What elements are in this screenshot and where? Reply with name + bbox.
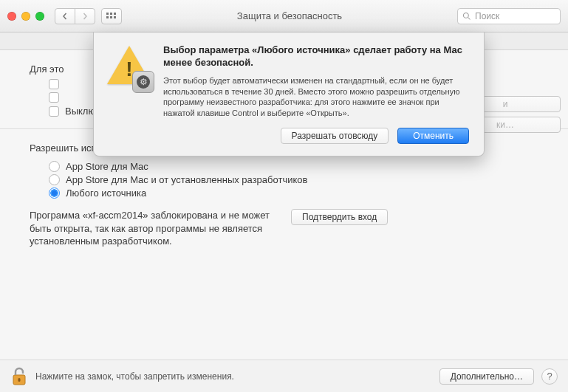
- footer: Нажмите на замок, чтобы запретить измене…: [0, 360, 568, 392]
- require-password-checkbox[interactable]: [49, 79, 59, 89]
- radio-anywhere[interactable]: Любого источника: [49, 188, 538, 199]
- show-message-checkbox[interactable]: [49, 92, 59, 103]
- radio-identified[interactable]: App Store для Mac и от установленных раз…: [49, 174, 538, 185]
- blocked-app-row: Программа «xf-accm2014» заблокирована и …: [30, 209, 538, 248]
- svg-line-7: [468, 17, 471, 19]
- confirm-open-button[interactable]: Подтвердить вход: [291, 209, 388, 225]
- toolbar: Защита и безопасность Поиск: [0, 0, 568, 32]
- disable-autologin-checkbox[interactable]: [49, 106, 59, 117]
- svg-point-6: [464, 13, 469, 18]
- search-field[interactable]: Поиск: [457, 8, 561, 24]
- window-title: Защита и безопасность: [128, 10, 451, 21]
- help-button[interactable]: ?: [541, 368, 558, 385]
- window-controls: [7, 12, 44, 21]
- radio-appstore-label: App Store для Mac: [66, 161, 148, 172]
- radio-appstore-input[interactable]: [49, 161, 60, 172]
- radio-identified-label: App Store для Mac и от установленных раз…: [66, 174, 307, 185]
- svg-rect-2: [114, 13, 116, 15]
- zoom-window-button[interactable]: [35, 12, 44, 21]
- lock-icon[interactable]: [10, 366, 28, 387]
- search-placeholder: Поиск: [475, 11, 499, 21]
- radio-anywhere-label: Любого источника: [66, 188, 146, 199]
- minimize-window-button[interactable]: [21, 12, 30, 21]
- prefs-window: Защита и безопасность Поиск и ки… Для эт…: [0, 0, 568, 392]
- sheet-buttons: Разрешать отовсюду Отменить: [163, 128, 469, 144]
- prefs-badge-icon: ⚙: [132, 71, 154, 93]
- search-icon: [462, 12, 471, 21]
- radio-identified-input[interactable]: [49, 174, 60, 185]
- svg-rect-4: [110, 16, 112, 18]
- advanced-button[interactable]: Дополнительно…: [439, 368, 534, 385]
- svg-rect-3: [106, 16, 109, 18]
- svg-rect-5: [114, 16, 116, 18]
- confirm-anywhere-sheet: ⚙ Выбор параметра «Любого источника» сде…: [93, 32, 485, 157]
- close-window-button[interactable]: [7, 12, 16, 21]
- nav-back-forward: [55, 8, 95, 24]
- show-all-button[interactable]: [101, 8, 122, 24]
- svg-rect-9: [18, 378, 21, 382]
- sheet-message: Этот выбор будет автоматически изменен н…: [163, 75, 469, 119]
- blocked-app-text: Программа «xf-accm2014» заблокирована и …: [30, 209, 273, 248]
- radio-appstore[interactable]: App Store для Mac: [49, 161, 538, 172]
- advanced-button-label: Дополнительно…: [451, 371, 523, 382]
- sheet-heading: Выбор параметра «Любого источника» сдела…: [163, 44, 469, 69]
- sheet-body: Выбор параметра «Любого источника» сдела…: [163, 44, 469, 144]
- lock-hint: Нажмите на замок, чтобы запретить измене…: [35, 371, 432, 382]
- warning-icon: ⚙: [106, 44, 153, 92]
- cancel-button[interactable]: Отменить: [397, 128, 469, 144]
- radio-anywhere-input[interactable]: [49, 188, 60, 199]
- back-button[interactable]: [55, 8, 75, 24]
- svg-rect-1: [110, 13, 112, 15]
- help-button-label: ?: [547, 371, 552, 382]
- forward-button[interactable]: [75, 8, 95, 24]
- allow-anywhere-button[interactable]: Разрешать отовсюду: [281, 128, 389, 144]
- svg-rect-0: [106, 13, 109, 15]
